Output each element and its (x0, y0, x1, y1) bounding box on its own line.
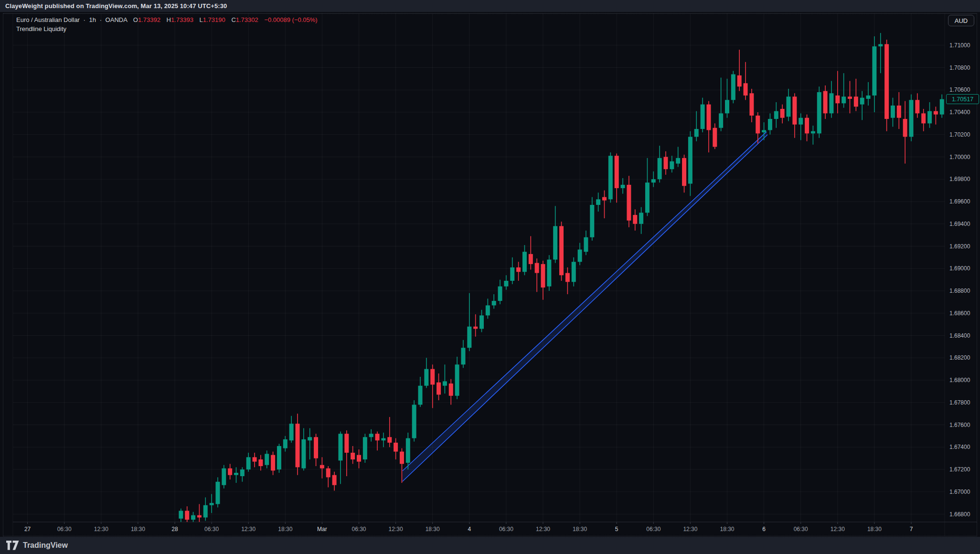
candle[interactable] (369, 429, 373, 442)
candle[interactable] (492, 294, 496, 309)
candle[interactable] (547, 255, 551, 291)
candle[interactable] (688, 131, 692, 196)
candle[interactable] (615, 153, 619, 202)
candle[interactable] (713, 123, 717, 149)
candle[interactable] (829, 81, 833, 118)
candle[interactable] (461, 340, 465, 368)
candle[interactable] (449, 379, 453, 405)
candle[interactable] (516, 262, 521, 281)
candle[interactable] (817, 86, 821, 138)
candle[interactable] (774, 102, 778, 128)
candle[interactable] (296, 414, 300, 475)
candle[interactable] (289, 416, 294, 443)
candle[interactable] (265, 450, 269, 468)
candle[interactable] (412, 400, 416, 441)
candle[interactable] (529, 236, 533, 269)
candle[interactable] (633, 209, 637, 230)
candle[interactable] (627, 176, 631, 227)
candle[interactable] (701, 98, 705, 132)
candle[interactable] (394, 438, 398, 459)
candle[interactable] (897, 92, 901, 129)
candle[interactable] (486, 298, 490, 319)
candle[interactable] (706, 101, 711, 153)
candle[interactable] (719, 78, 723, 131)
candle[interactable] (301, 428, 306, 471)
candle[interactable] (308, 428, 312, 459)
price-axis[interactable]: 1.710001.708001.706001.704001.702001.700… (945, 13, 980, 536)
candle[interactable] (835, 71, 840, 114)
candle[interactable] (658, 146, 662, 182)
candle[interactable] (909, 95, 914, 141)
time-axis[interactable]: 2706:3012:3018:302806:3012:3018:30Mar06:… (3, 522, 977, 536)
candle[interactable] (811, 126, 815, 145)
candle[interactable] (357, 449, 361, 469)
candle[interactable] (363, 434, 367, 463)
candle[interactable] (664, 151, 668, 175)
candle[interactable] (884, 40, 889, 131)
candle[interactable] (805, 115, 809, 141)
candle[interactable] (314, 434, 318, 466)
candle[interactable] (467, 293, 471, 352)
candle[interactable] (878, 33, 883, 73)
candle[interactable] (326, 466, 330, 487)
trendline[interactable] (403, 135, 767, 481)
candle[interactable] (584, 231, 588, 255)
candle[interactable] (283, 436, 288, 452)
candle[interactable] (197, 504, 202, 522)
candle[interactable] (424, 358, 428, 388)
candle[interactable] (608, 152, 613, 202)
candle[interactable] (210, 494, 214, 513)
candle[interactable] (246, 453, 251, 472)
candle[interactable] (866, 82, 871, 106)
candle[interactable] (731, 71, 735, 104)
candle[interactable] (215, 477, 220, 507)
candle[interactable] (277, 444, 281, 473)
candle[interactable] (780, 105, 785, 124)
candle[interactable] (934, 107, 938, 124)
candle[interactable] (387, 417, 392, 447)
candle[interactable] (749, 89, 754, 122)
candle[interactable] (915, 93, 919, 117)
candle[interactable] (596, 192, 600, 212)
candle[interactable] (768, 113, 772, 134)
candle[interactable] (228, 464, 232, 479)
candle[interactable] (320, 457, 324, 478)
candle[interactable] (498, 280, 502, 304)
candle[interactable] (179, 509, 183, 523)
candle[interactable] (430, 364, 435, 408)
candle[interactable] (338, 432, 342, 484)
candle[interactable] (682, 155, 686, 192)
tradingview-brand-text[interactable]: TradingView (23, 541, 68, 550)
candle[interactable] (860, 91, 864, 120)
candle[interactable] (541, 261, 545, 300)
candlestick-chart[interactable] (0, 0, 980, 554)
candle[interactable] (381, 433, 385, 447)
candle[interactable] (351, 446, 355, 464)
candle[interactable] (940, 95, 944, 118)
candle[interactable] (437, 373, 441, 400)
candle[interactable] (621, 178, 625, 194)
candle[interactable] (787, 89, 791, 121)
candle[interactable] (639, 207, 643, 234)
symbol-legend[interactable]: Euro / Australian Dollar · 1h · OANDA O1… (16, 16, 318, 23)
candle[interactable] (191, 512, 195, 523)
candle[interactable] (651, 171, 656, 187)
candle[interactable] (823, 85, 828, 119)
candle[interactable] (872, 36, 876, 112)
candle[interactable] (842, 73, 846, 107)
candle[interactable] (645, 158, 650, 216)
candle[interactable] (559, 222, 564, 281)
candle[interactable] (565, 267, 570, 294)
candle[interactable] (504, 275, 508, 289)
candle[interactable] (553, 206, 557, 263)
candle[interactable] (258, 455, 263, 471)
candle[interactable] (854, 79, 858, 111)
candle[interactable] (510, 257, 514, 284)
candle[interactable] (848, 81, 852, 114)
candle[interactable] (590, 197, 594, 241)
candle[interactable] (725, 79, 729, 118)
candle[interactable] (271, 452, 275, 475)
candle[interactable] (799, 113, 803, 140)
candle[interactable] (903, 101, 907, 164)
candle[interactable] (792, 93, 797, 138)
